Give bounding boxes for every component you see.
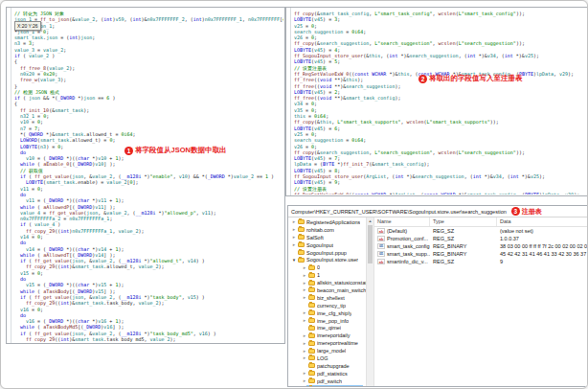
tree-item-selection[interactable]: LOG bbox=[307, 355, 329, 361]
value-name: (Default) bbox=[387, 228, 407, 234]
tree-item-label: ime_cfg_shiply bbox=[317, 310, 351, 316]
code-line: ff_RegSetValueExW_0((const WCHAR *)ArgLi… bbox=[294, 192, 586, 194]
registry-tree-item[interactable]: patchupgrade bbox=[288, 362, 366, 370]
registry-tree-item[interactable]: ▸large_model bbox=[288, 347, 366, 355]
registry-tree-item[interactable]: ▸ime_cfg_shiply bbox=[288, 309, 366, 317]
folder-icon bbox=[308, 310, 315, 315]
registry-tree-item[interactable]: ▸imereportdaily bbox=[288, 332, 366, 339]
registry-tree-item[interactable]: ▸pdf_switch bbox=[288, 378, 366, 385]
column-header-type[interactable]: Type bbox=[430, 217, 497, 226]
value-name-cell[interactable]: ab(Default) bbox=[374, 228, 430, 234]
registry-tree-item[interactable]: ▸RegisteredApplications bbox=[288, 218, 366, 226]
folder-icon bbox=[308, 318, 315, 323]
tree-item-label: SogouInput bbox=[306, 242, 333, 248]
tree-item-selection[interactable]: RegisteredApplications bbox=[297, 219, 361, 225]
tree-item-selection[interactable]: large_model bbox=[307, 348, 347, 354]
folder-icon bbox=[308, 349, 315, 354]
registry-tree-item[interactable]: search_suggestion bbox=[288, 385, 366, 386]
registry-tree-item[interactable]: ▸allskin_statusiconstatio bbox=[288, 279, 366, 286]
folder-icon bbox=[308, 326, 315, 331]
tree-item-label: pdf_switch bbox=[317, 378, 342, 384]
registry-address-bar[interactable]: Computer\HKEY_CURRENT_USER\SOFTWARE\Sogo… bbox=[288, 206, 587, 217]
tree-item-selection[interactable]: rohitab.com bbox=[297, 227, 335, 233]
tree-item-label: imereportdaily bbox=[317, 332, 351, 338]
registry-tree-item[interactable]: ▸1 bbox=[288, 271, 366, 279]
pseudocode-listing-right: ff_copy(&smart_task_config, L"smart_task… bbox=[294, 11, 586, 194]
value-type: REG_BINARY bbox=[430, 243, 497, 249]
registry-value-list: Name Type Data ab(Default)REG_SZ(value n… bbox=[374, 217, 587, 386]
tree-item-selection[interactable]: SogouInput.ppup bbox=[297, 250, 348, 256]
value-name-cell[interactable]: absmartinfo_dic_v... bbox=[374, 259, 430, 264]
folder-icon bbox=[298, 219, 305, 224]
tree-item-selection[interactable]: pdf_statistics bbox=[307, 371, 349, 377]
registry-tree-item[interactable]: ▸0 bbox=[288, 263, 366, 271]
tree-item-label: RegisteredApplications bbox=[306, 219, 360, 225]
tree-item-selection[interactable]: beacon_main_switch bbox=[307, 287, 366, 293]
registry-tree-item[interactable]: ▸beacon_main_switch bbox=[288, 286, 366, 294]
tree-item-selection[interactable]: imereportrealtime bbox=[307, 340, 359, 346]
registry-value-row[interactable]: abPromotion_conf...REG_SZ1.0.0.37 bbox=[374, 235, 587, 242]
registry-tree-item[interactable]: ▸SogouInput bbox=[288, 241, 366, 249]
tree-item-selection[interactable]: biz_shellext bbox=[307, 295, 346, 301]
tree-item-selection[interactable]: ime_cfg_shiply bbox=[307, 310, 352, 316]
column-header-name[interactable]: Name bbox=[374, 217, 430, 226]
registry-tree-item[interactable]: ▸rohitab.com bbox=[288, 226, 366, 234]
tree-item-selection[interactable]: pdf_switch bbox=[307, 378, 343, 384]
tree-item-selection[interactable]: 1 bbox=[307, 272, 321, 278]
folder-icon bbox=[308, 265, 315, 270]
binary-value-icon: 011 bbox=[377, 251, 385, 257]
registry-tree-item[interactable]: ▸imereportrealtime bbox=[288, 339, 366, 347]
string-value-icon: ab bbox=[377, 259, 385, 264]
decompiler-panel-registry-write: ff_copy(&smart_task_config, L"smart_task… bbox=[285, 7, 588, 196]
folder-icon bbox=[308, 341, 315, 346]
registry-value-row[interactable]: 011smart_task_supp...REG_BINARY45 42 42 … bbox=[374, 250, 587, 258]
registry-editor-window: Computer\HKEY_CURRENT_USER\SOFTWARE\Sogo… bbox=[287, 205, 588, 387]
folder-icon bbox=[298, 227, 305, 232]
code-gutter-line bbox=[290, 8, 291, 195]
registry-key-tree: ▸RegisteredApplications▸rohitab.com▸SalS… bbox=[288, 217, 366, 386]
tree-item-label: imereportrealtime bbox=[317, 340, 358, 346]
tree-item-selection[interactable]: imereportdaily bbox=[307, 332, 351, 338]
scrollbar-thumb[interactable] bbox=[368, 225, 373, 263]
tree-item-selection[interactable]: SalSoft bbox=[297, 235, 325, 240]
registry-tree-item[interactable]: ime_qimei bbox=[288, 324, 366, 332]
annotation-3-text: 注册表 bbox=[522, 207, 542, 217]
registry-tree-item[interactable]: ▸biz_shellext bbox=[288, 294, 366, 302]
scroll-up-icon[interactable]: ▲ bbox=[367, 217, 373, 224]
tree-item-label: beacon_main_switch bbox=[317, 287, 366, 293]
registry-value-row[interactable]: 011smart_task_configREG_BINARY38 03 00 0… bbox=[374, 242, 587, 250]
tree-item-label: SalSoft bbox=[306, 235, 324, 240]
tree-item-selection[interactable]: 0 bbox=[307, 264, 321, 270]
registry-tree-item[interactable]: currency_tip bbox=[288, 302, 366, 309]
tree-item-selection[interactable]: ime_qimei bbox=[307, 325, 342, 331]
tree-item-selection[interactable]: allskin_statusiconstatio bbox=[307, 280, 366, 286]
tree-item-selection[interactable]: currency_tip bbox=[307, 303, 347, 309]
tree-item-selection[interactable]: ime_pop_info bbox=[307, 318, 350, 324]
registry-tree-item[interactable]: ▸ime_pop_info bbox=[288, 317, 366, 325]
value-name-cell[interactable]: 011smart_task_supp... bbox=[374, 251, 430, 257]
registry-tree-item[interactable]: ▸SalSoft bbox=[288, 234, 366, 241]
value-name-cell[interactable]: 011smart_task_config bbox=[374, 243, 430, 249]
registry-value-row[interactable]: absmartinfo_dic_v...REG_SZ9 bbox=[374, 258, 587, 265]
tree-item-label: large_model bbox=[317, 348, 346, 354]
tree-item-selection[interactable]: SogouInput.store.user bbox=[297, 257, 359, 263]
registry-value-row[interactable]: ab(Default)REG_SZ(value not set) bbox=[374, 227, 587, 235]
value-name-cell[interactable]: abPromotion_conf... bbox=[374, 236, 430, 241]
value-type: REG_SZ bbox=[430, 236, 497, 241]
tree-item-selection[interactable]: patchupgrade bbox=[307, 363, 351, 369]
value-data: 38 03 00 00 ff ff ff 7f 2c 00 02 00 02 0… bbox=[497, 243, 587, 249]
registry-tree-item[interactable]: ▾SogouInput.store.user bbox=[288, 256, 366, 263]
registry-tree-item[interactable]: ▸LOG bbox=[288, 355, 366, 362]
tree-item-selection[interactable]: SogouInput bbox=[297, 242, 334, 248]
tree-scrollbar[interactable]: ▲ bbox=[366, 217, 374, 386]
column-header-data[interactable]: Data bbox=[497, 217, 587, 226]
folder-icon bbox=[298, 235, 305, 240]
registry-tree-item[interactable]: SogouInput.ppup bbox=[288, 249, 366, 257]
cursor-coordinates-tooltip: X:20 Y:26 bbox=[14, 21, 41, 31]
binary-value-icon: 011 bbox=[377, 243, 385, 249]
registry-tree-item[interactable]: ▸pdf_statistics bbox=[288, 370, 366, 378]
tree-item-label: LOG bbox=[317, 355, 328, 361]
tree-item-label: 1 bbox=[317, 272, 320, 278]
folder-icon bbox=[298, 242, 305, 247]
pseudocode-listing-left: // 转化为 JSON 对象json_1 = ff_to_json(&value… bbox=[14, 11, 283, 342]
